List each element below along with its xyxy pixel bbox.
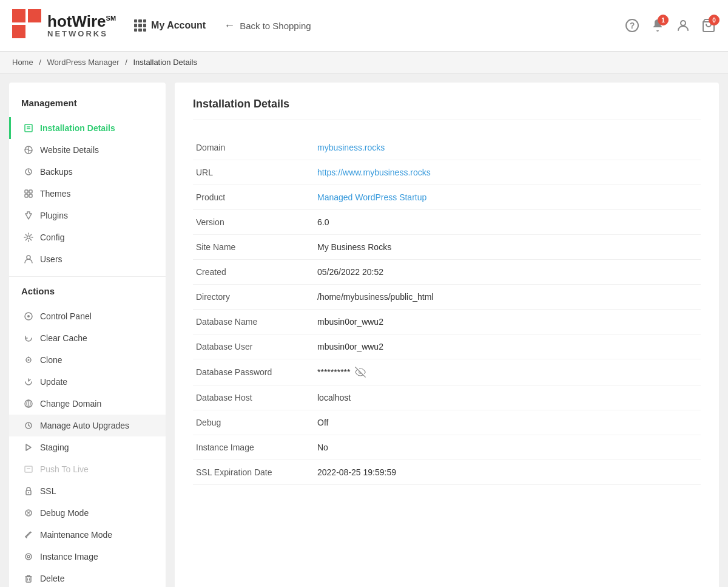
sidebar-item-manage-auto-upgrades[interactable]: Manage Auto Upgrades (9, 415, 166, 436)
sidebar: Management Installation Details Website … (9, 83, 166, 587)
field-label-database-user: Database User (193, 334, 314, 359)
field-value-instance-image: No (314, 435, 701, 460)
logo-icon (12, 9, 41, 42)
table-row-created: Created 05/26/2022 20:52 (193, 260, 701, 285)
sidebar-item-push-to-live: Push To Live (9, 458, 166, 480)
field-label-created: Created (193, 260, 314, 285)
svg-rect-2 (12, 25, 25, 38)
password-dots: ********** (317, 367, 350, 377)
svg-rect-14 (25, 194, 28, 197)
breadcrumb: Home / WordPress Manager / Installation … (0, 52, 728, 73)
sidebar-label-staging: Staging (40, 443, 69, 452)
staging-icon (23, 442, 34, 453)
field-label-debug: Debug (193, 410, 314, 435)
sidebar-label-update: Update (40, 377, 67, 387)
sidebar-item-change-domain[interactable]: Change Domain (9, 393, 166, 415)
svg-rect-1 (28, 9, 41, 22)
installation-details-table: Domain mybusiness.rocks URL https://www.… (193, 135, 701, 485)
sidebar-item-clone[interactable]: Clone (9, 349, 166, 371)
sidebar-item-control-panel[interactable]: Control Panel (9, 305, 166, 327)
svg-text:?: ? (630, 21, 635, 30)
field-label-ssl-expiration: SSL Expiration Date (193, 460, 314, 485)
grid-icon (134, 19, 146, 32)
help-icon-button[interactable]: ? (625, 18, 639, 33)
svg-rect-7 (25, 124, 32, 132)
notifications-badge: 1 (658, 15, 669, 25)
field-label-database-host: Database Host (193, 385, 314, 410)
sidebar-item-website-details[interactable]: Website Details (9, 139, 166, 161)
table-row-site-name: Site Name My Business Rocks (193, 235, 701, 260)
my-account-button[interactable]: My Account (134, 19, 206, 32)
field-label-database-password: Database Password (193, 359, 314, 385)
breadcrumb-wordpress-manager[interactable]: WordPress Manager (47, 58, 120, 67)
users-icon (23, 254, 34, 265)
sidebar-label-control-panel: Control Panel (40, 311, 92, 321)
sidebar-item-clear-cache[interactable]: Clear Cache (9, 327, 166, 349)
content-area: Installation Details Domain mybusiness.r… (175, 83, 719, 587)
sidebar-item-installation-details[interactable]: Installation Details (9, 117, 166, 139)
field-value-database-password: ********** (314, 359, 701, 385)
table-row-directory: Directory /home/mybusiness/public_html (193, 285, 701, 310)
sidebar-label-delete: Delete (40, 574, 64, 583)
debug-mode-icon (23, 507, 34, 518)
svg-rect-0 (12, 9, 25, 22)
ssl-icon (23, 486, 34, 497)
svg-point-16 (27, 236, 30, 239)
cart-badge: 0 (709, 15, 720, 25)
field-label-url: URL (193, 160, 314, 185)
svg-point-21 (28, 359, 30, 361)
password-field-container: ********** (317, 367, 692, 378)
sidebar-item-instance-image[interactable]: Instance Image (9, 546, 166, 568)
field-value-created: 05/26/2022 20:52 (314, 260, 701, 285)
logo-area: hotWireSM NETWORKS (12, 9, 116, 42)
field-value-version: 6.0 (314, 210, 701, 235)
my-account-label: My Account (151, 20, 206, 31)
logo-hotwire: hotWireSM (47, 13, 116, 30)
cart-icon-button[interactable]: 0 (701, 18, 716, 33)
sidebar-item-staging[interactable]: Staging (9, 436, 166, 458)
sidebar-item-backups[interactable]: Backups (9, 161, 166, 183)
clone-icon (23, 355, 34, 365)
management-title: Management (9, 95, 166, 117)
url-link[interactable]: https://www.mybusiness.rocks (317, 168, 431, 177)
update-icon (23, 376, 34, 387)
themes-icon (23, 188, 34, 199)
breadcrumb-home[interactable]: Home (12, 58, 33, 67)
sidebar-label-push-to-live: Push To Live (40, 464, 89, 474)
field-label-site-name: Site Name (193, 235, 314, 260)
sidebar-label-users: Users (40, 254, 62, 264)
sidebar-item-ssl[interactable]: SSL (9, 480, 166, 502)
table-row-domain: Domain mybusiness.rocks (193, 135, 701, 160)
back-to-shopping-button[interactable]: ← Back to Shopping (224, 19, 311, 32)
domain-link[interactable]: mybusiness.rocks (317, 143, 385, 152)
sidebar-item-update[interactable]: Update (9, 371, 166, 393)
table-row-version: Version 6.0 (193, 210, 701, 235)
header: hotWireSM NETWORKS My Account ← Back to … (0, 0, 728, 52)
sidebar-item-plugins[interactable]: Plugins (9, 205, 166, 226)
toggle-password-icon[interactable] (355, 367, 366, 378)
config-icon (23, 232, 34, 243)
sidebar-label-website-details: Website Details (40, 145, 99, 155)
sidebar-item-config[interactable]: Config (9, 226, 166, 248)
sidebar-item-users[interactable]: Users (9, 248, 166, 270)
content-title: Installation Details (193, 98, 701, 120)
notifications-icon-button[interactable]: 1 (650, 18, 665, 33)
sidebar-item-debug-mode[interactable]: Debug Mode (9, 502, 166, 524)
user-icon-button[interactable] (676, 18, 690, 33)
sidebar-item-delete[interactable]: Delete (9, 568, 166, 587)
field-label-instance-image: Instance Image (193, 435, 314, 460)
table-row-debug: Debug Off (193, 410, 701, 435)
field-value-database-name: mbusin0or_wwu2 (314, 310, 701, 334)
product-link[interactable]: Managed WordPress Startup (317, 192, 426, 202)
svg-point-19 (27, 315, 30, 317)
svg-marker-27 (26, 444, 31, 450)
table-row-ssl-expiration: SSL Expiration Date 2022-08-25 19:59:59 (193, 460, 701, 485)
field-value-directory: /home/mybusiness/public_html (314, 285, 701, 310)
svg-point-31 (28, 492, 29, 494)
field-label-version: Version (193, 210, 314, 235)
svg-point-34 (27, 555, 30, 558)
plugins-icon (23, 210, 34, 221)
sidebar-item-maintenance-mode[interactable]: Maintenance Mode (9, 524, 166, 546)
table-row-database-user: Database User mbusin0or_wwu2 (193, 334, 701, 359)
sidebar-item-themes[interactable]: Themes (9, 183, 166, 205)
